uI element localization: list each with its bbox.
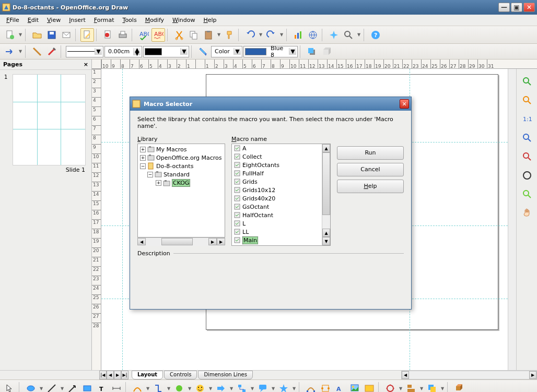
select-tool-button[interactable] bbox=[3, 382, 17, 392]
spellcheck-button[interactable]: ABC bbox=[137, 28, 150, 42]
new-dropdown[interactable]: ▼ bbox=[18, 32, 23, 37]
macro-item[interactable]: GsOctant bbox=[232, 203, 322, 211]
from-file-button[interactable] bbox=[348, 382, 361, 392]
menu-format[interactable]: Format bbox=[90, 16, 119, 25]
print-button[interactable] bbox=[116, 28, 130, 42]
menu-help[interactable]: Help bbox=[199, 16, 220, 25]
zoom-100-button[interactable] bbox=[520, 93, 534, 108]
minimize-button[interactable]: — bbox=[498, 3, 510, 12]
zoom-button[interactable] bbox=[342, 28, 355, 42]
curve-tool-button[interactable] bbox=[131, 382, 144, 392]
macro-item[interactable]: HalfOctant bbox=[232, 211, 322, 219]
open-button[interactable] bbox=[30, 28, 44, 42]
fill-type-combo[interactable]: Color▼ bbox=[211, 46, 242, 57]
line-color-combo[interactable]: ▼ bbox=[143, 46, 189, 57]
cut-button[interactable] bbox=[172, 28, 186, 42]
arrow-tool-button[interactable] bbox=[66, 382, 79, 392]
macro-item[interactable]: EightOctants bbox=[232, 161, 322, 169]
cancel-button[interactable]: Cancel bbox=[337, 163, 404, 176]
zoom-object-button[interactable] bbox=[520, 168, 534, 183]
line-color-button[interactable] bbox=[45, 45, 59, 58]
tree-item[interactable]: +CKOG bbox=[139, 179, 224, 187]
dialog-titlebar[interactable]: Macro Selector ✕ bbox=[130, 97, 411, 111]
undo-button[interactable] bbox=[243, 28, 257, 42]
zoom-dropdown[interactable]: ▼ bbox=[356, 32, 361, 37]
zoom-prev-button[interactable] bbox=[520, 130, 534, 145]
run-button[interactable]: Run bbox=[337, 146, 404, 160]
menu-modify[interactable]: Modify bbox=[141, 16, 168, 25]
close-button[interactable]: ✕ bbox=[523, 3, 535, 12]
fill-color-combo[interactable]: Blue 8▼ bbox=[243, 46, 298, 57]
callouts-button[interactable] bbox=[256, 382, 270, 392]
tree-item[interactable]: −Do-8-octants bbox=[139, 162, 224, 170]
macro-item[interactable]: LL bbox=[232, 228, 322, 236]
arrange-button[interactable] bbox=[425, 382, 439, 392]
tab-first-button[interactable]: |◀ bbox=[99, 371, 107, 379]
format-paintbrush-button[interactable] bbox=[223, 28, 236, 42]
line-tool-button[interactable] bbox=[45, 382, 59, 392]
new-button[interactable] bbox=[3, 28, 17, 42]
redo-dropdown[interactable]: ▼ bbox=[279, 32, 284, 37]
slide-thumbnail[interactable]: 1 Slide 1 bbox=[4, 74, 87, 173]
dialog-close-button[interactable]: ✕ bbox=[400, 99, 409, 109]
shadow-button[interactable] bbox=[305, 45, 319, 58]
hyperlink-button[interactable] bbox=[306, 28, 320, 42]
macro-item[interactable]: L bbox=[232, 219, 322, 228]
block-arrows-button[interactable] bbox=[214, 382, 228, 392]
save-button[interactable] bbox=[45, 28, 59, 42]
zoom-page-button[interactable] bbox=[520, 74, 534, 89]
tab-layout[interactable]: Layout bbox=[132, 371, 163, 379]
edit-file-button[interactable] bbox=[80, 28, 94, 42]
macro-item[interactable]: Grids40x20 bbox=[232, 194, 322, 203]
macro-item[interactable]: Grids bbox=[232, 177, 322, 186]
hscroll-left-button[interactable]: ◀ bbox=[402, 371, 409, 379]
line-width-combo[interactable]: 0.00cm▲▼ bbox=[104, 46, 142, 57]
tab-last-button[interactable]: ▶| bbox=[121, 371, 129, 379]
library-tree[interactable]: +My Macros+OpenOffice.org Macros−Do-8-oc… bbox=[137, 144, 225, 237]
flowchart-button[interactable] bbox=[235, 382, 249, 392]
export-pdf-button[interactable] bbox=[101, 28, 115, 42]
chart-button[interactable] bbox=[291, 28, 305, 42]
macro-item[interactable]: Grids10x12 bbox=[232, 186, 322, 194]
ellipse-tool-button[interactable] bbox=[24, 382, 38, 392]
macro-item[interactable]: Collect bbox=[232, 152, 322, 161]
horizontal-scrollbar[interactable] bbox=[409, 371, 529, 379]
menu-window[interactable]: Window bbox=[168, 16, 199, 25]
line-style-combo[interactable]: ▼ bbox=[66, 46, 103, 57]
area-style-button[interactable] bbox=[196, 45, 210, 58]
pages-close-icon[interactable]: × bbox=[84, 61, 88, 68]
basic-shapes-button[interactable] bbox=[172, 382, 186, 392]
tree-item[interactable]: +OpenOffice.org Macros bbox=[139, 153, 224, 162]
stars-button[interactable] bbox=[277, 382, 290, 392]
gallery-button[interactable] bbox=[363, 382, 376, 392]
text-tool-button[interactable]: T bbox=[95, 382, 109, 392]
vertical-scrollbar[interactable] bbox=[508, 69, 516, 370]
tab-next-button[interactable]: ▶ bbox=[114, 371, 121, 379]
tree-item[interactable]: +My Macros bbox=[139, 145, 224, 153]
library-hscrollbar[interactable]: ◀▶▶ bbox=[137, 237, 225, 246]
navigator-button[interactable] bbox=[327, 28, 341, 42]
maximize-button[interactable]: ▣ bbox=[511, 3, 522, 12]
glue-points-button[interactable] bbox=[319, 382, 332, 392]
help-button[interactable]: Help bbox=[337, 180, 404, 193]
arrow-style-dropdown[interactable]: ▼ bbox=[18, 49, 23, 54]
zoom-ratio-button[interactable]: 1:1 bbox=[520, 112, 534, 126]
undo-dropdown[interactable]: ▼ bbox=[258, 32, 263, 37]
menu-file[interactable]: FFile bbox=[2, 16, 24, 25]
fontwork-button[interactable]: A bbox=[333, 382, 347, 392]
line-style-button[interactable] bbox=[30, 45, 44, 58]
zoom-shift-button[interactable] bbox=[520, 187, 534, 201]
arrow-style-button[interactable] bbox=[3, 45, 17, 58]
effects-button[interactable] bbox=[383, 382, 397, 392]
paste-button[interactable] bbox=[202, 28, 215, 42]
tab-prev-button[interactable]: ◀ bbox=[107, 371, 114, 379]
extrusion-button[interactable] bbox=[452, 382, 466, 392]
hscroll-right-button[interactable]: ▶ bbox=[529, 371, 536, 379]
menu-insert[interactable]: Insert bbox=[65, 16, 90, 25]
tab-controls[interactable]: Controls bbox=[164, 371, 197, 379]
paste-dropdown[interactable]: ▼ bbox=[216, 32, 221, 37]
dimension-line-button[interactable] bbox=[110, 382, 123, 392]
macro-list[interactable]: ACollectEightOctantsFullHalfGridsGrids10… bbox=[231, 144, 331, 246]
3d-button[interactable] bbox=[320, 45, 333, 58]
alignment-button[interactable] bbox=[404, 382, 418, 392]
